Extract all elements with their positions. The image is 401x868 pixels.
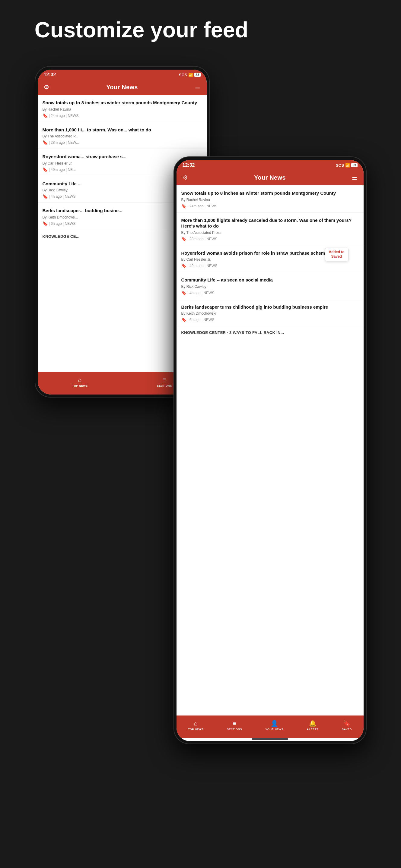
filter-icon-front[interactable]: ⚌ — [352, 174, 357, 181]
article-meta: 🔖 | 24m ago | NEWS — [181, 204, 359, 209]
wifi-icon-back: 📶 — [188, 73, 193, 77]
filter-icon-back[interactable]: ⚌ — [195, 84, 200, 91]
article-time: | 49m ago | NEWS — [188, 264, 218, 268]
list-item[interactable]: Added toSaved Royersford woman avoids pr… — [176, 245, 364, 273]
article-title: Snow totals up to 8 inches as winter sto… — [42, 100, 202, 106]
nav-label-your-news: YOUR NEWS — [265, 728, 283, 731]
article-time: | 28m ago | NEW... — [49, 141, 79, 145]
bookmark-icon[interactable]: 🔖 — [42, 221, 48, 226]
article-byline: By The Associated Press — [181, 230, 359, 235]
nav-label-top-news: TOP NEWS — [72, 384, 88, 387]
nav-label-saved: SAVED — [342, 728, 352, 731]
header-bar-front: ⚙ Your News ⚌ — [176, 170, 364, 185]
news-feed-front: Snow totals up to 8 inches as winter sto… — [176, 185, 364, 715]
sos-icon-back: SOS — [179, 73, 187, 77]
article-title: Berks landscaper turns childhood gig int… — [181, 304, 359, 310]
phones-container: 12:32 SOS 📶 53 ⚙ Your News ⚌ Snow totals… — [35, 66, 367, 789]
article-byline: By Rachel Ravina — [42, 107, 202, 112]
home-icon: ⌂ — [78, 376, 82, 383]
article-title: Royersford woma... straw purchase s... — [42, 154, 202, 160]
header-bar-back: ⚙ Your News ⚌ — [38, 80, 207, 95]
header-title-front: Your News — [254, 174, 286, 181]
settings-icon-back[interactable]: ⚙ — [44, 84, 49, 91]
article-meta: 🔖 | 4h ago | NEWS — [181, 290, 359, 296]
article-byline: By The Associated P... — [42, 134, 202, 138]
list-item[interactable]: Snow totals up to 8 inches as winter sto… — [38, 95, 207, 122]
nav-label-sections: SECTIONS — [157, 384, 172, 387]
alerts-icon: 🔔 — [309, 720, 316, 727]
your-news-icon: 👤 — [271, 720, 278, 727]
nav-item-top-news-front[interactable]: ⌂ TOP NEWS — [185, 719, 206, 732]
article-byline: By Rick Cawley — [181, 284, 359, 289]
article-time: | 24m ago | NEWS — [188, 204, 218, 208]
settings-icon-front[interactable]: ⚙ — [182, 174, 188, 181]
nav-item-saved[interactable]: 🔖 SAVED — [339, 718, 354, 732]
list-item[interactable]: More than 1,000 flights already canceled… — [176, 213, 364, 245]
article-byline: By Keith Dmochowski — [181, 311, 359, 315]
nav-item-sections-front[interactable]: ≡ SECTIONS — [225, 719, 245, 732]
saved-icon: 🔖 — [343, 720, 351, 727]
article-time: | 6h ago | NEWS — [188, 318, 214, 322]
home-icon-front: ⌂ — [194, 720, 198, 727]
nav-label-sections-front: SECTIONS — [227, 728, 242, 731]
status-time-front: 12:32 — [182, 162, 195, 168]
bookmark-icon[interactable]: 🔖 — [181, 237, 187, 241]
bookmark-icon[interactable]: 🔖 — [181, 204, 187, 209]
bookmark-icon[interactable]: 🔖 — [181, 290, 187, 296]
article-time: | 4h ago | NEWS — [49, 194, 76, 198]
article-meta: 🔖 | 6h ago | NEWS — [181, 317, 359, 322]
sections-icon-front: ≡ — [233, 720, 236, 727]
phone-front-screen: 12:32 SOS 📶 53 ⚙ Your News ⚌ Snow totals… — [176, 160, 364, 741]
article-meta: 🔖 | 28m ago | NEW... — [42, 140, 202, 145]
nav-item-sections[interactable]: ≡ SECTIONS — [154, 375, 174, 389]
article-meta: 🔖 | 28m ago | NEWS — [181, 237, 359, 241]
bookmark-icon[interactable]: 🔖 — [181, 264, 187, 268]
nav-label-alerts: ALERTS — [307, 728, 319, 731]
list-item[interactable]: Snow totals up to 8 inches as winter sto… — [176, 185, 364, 213]
article-time: | 4h ago | NEWS — [188, 291, 214, 295]
saved-toast: Added toSaved — [325, 248, 348, 261]
home-indicator-front — [252, 738, 288, 740]
article-time: | 24m ago | NEWS — [49, 114, 79, 118]
phone-front: 12:32 SOS 📶 53 ⚙ Your News ⚌ Snow totals… — [173, 156, 367, 744]
list-item[interactable]: Community Life -- as seen on social medi… — [176, 272, 364, 299]
nav-item-alerts[interactable]: 🔔 ALERTS — [305, 718, 321, 732]
article-time: | 6h ago | NEWS — [49, 221, 76, 226]
list-item[interactable]: More than 1,000 fli... to storm. Was on.… — [38, 122, 207, 149]
article-time: | 28m ago | NEWS — [188, 237, 218, 241]
wifi-icon-front: 📶 — [345, 163, 350, 167]
sos-icon-front: SOS — [336, 163, 344, 167]
article-byline: By Rachel Ravina — [181, 198, 359, 202]
sections-icon: ≡ — [163, 376, 166, 383]
header-title-back: Your News — [106, 84, 138, 91]
page-title: Customize your feed — [35, 18, 367, 42]
status-bar-front: 12:32 SOS 📶 53 — [176, 160, 364, 170]
battery-icon-front: 53 — [351, 163, 357, 167]
status-icons-front: SOS 📶 53 — [336, 163, 357, 167]
list-item[interactable]: Berks landscaper turns childhood gig int… — [176, 299, 364, 327]
battery-icon-back: 53 — [194, 73, 200, 77]
status-bar-back: 12:32 SOS 📶 53 — [38, 70, 207, 80]
article-time: | 49m ago | NE... — [49, 167, 76, 172]
nav-item-top-news[interactable]: ⌂ TOP NEWS — [70, 375, 90, 389]
bookmark-icon[interactable]: 🔖 — [42, 113, 48, 118]
article-meta: 🔖 | 49m ago | NEWS — [181, 264, 359, 268]
nav-item-your-news[interactable]: 👤 YOUR NEWS — [263, 718, 286, 732]
article-meta: 🔖 | 24m ago | NEWS — [42, 113, 202, 118]
bottom-nav-front: ⌂ TOP NEWS ≡ SECTIONS 👤 YOUR NEWS 🔔 ALER… — [176, 715, 364, 738]
bookmark-icon[interactable]: 🔖 — [42, 194, 48, 199]
nav-label-top-news-front: TOP NEWS — [188, 728, 204, 731]
status-time-back: 12:32 — [44, 72, 56, 78]
bookmark-icon[interactable]: 🔖 — [42, 167, 48, 172]
article-title: Snow totals up to 8 inches as winter sto… — [181, 190, 359, 196]
bookmark-icon[interactable]: 🔖 — [42, 140, 48, 145]
knowledge-center-front: KNOWLEDGE CENTER · 3 ways to fall back i… — [176, 326, 364, 339]
bookmark-icon[interactable]: 🔖 — [181, 317, 187, 322]
article-title: More than 1,000 flights already canceled… — [181, 217, 359, 229]
article-title: Community Life -- as seen on social medi… — [181, 277, 359, 283]
status-icons-back: SOS 📶 53 — [179, 73, 201, 77]
article-title: More than 1,000 fli... to storm. Was on.… — [42, 127, 202, 133]
